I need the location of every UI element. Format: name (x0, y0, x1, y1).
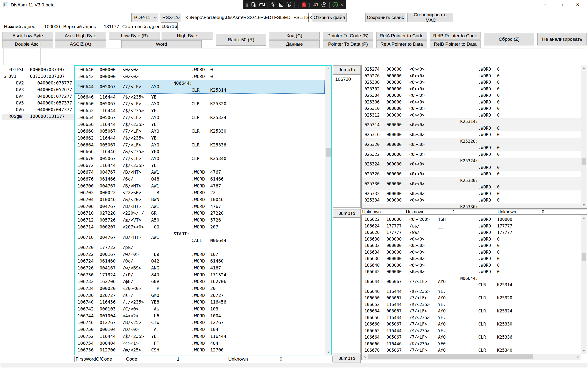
scroll-up-icon[interactable]: ∧ (581, 215, 587, 221)
tree-expander-icon[interactable] (4, 76, 6, 78)
listing-row-106640[interactable]: 106640000000<0><0>.WORD0 (75, 66, 325, 73)
accessibility-icon[interactable] (321, 2, 327, 8)
scroll-up-icon[interactable]: ∧ (581, 65, 587, 71)
listing-row-025316[interactable]: 025316000000<0><0>.WORD0 (362, 131, 581, 138)
listing-row-025320[interactable]: 025320000000<0><0>K25320:.WORD0 (362, 138, 581, 151)
listing-row-106730[interactable]: 106730171324/тР/84D.WORD171324 (75, 271, 325, 278)
listing-row-106750[interactable]: 106750000104/D/<0> A..WORD104 (75, 326, 325, 333)
listing-row-106656[interactable]: 106656116444/$/<235>YE. (75, 121, 325, 128)
asciz-button[interactable]: ASCIZ (A) (55, 40, 106, 48)
reset-button[interactable]: Сброс (Z) (484, 33, 534, 45)
listing-row-106662[interactable]: 106662116444/$/<235>YE. (75, 135, 325, 142)
generate-mac-button[interactable]: Сгенерировать .MAC (407, 13, 453, 22)
listing-row-106752[interactable]: 106752116444/$/<235>YE..WORD116444 (75, 333, 325, 340)
double-ascii-button[interactable]: Double Ascii (2, 40, 53, 48)
listing-row-025304[interactable]: 025304000000<0><0>.WORD0 (362, 92, 581, 99)
jumpto-bottom-button[interactable]: JumpTo (333, 354, 361, 363)
listing-row-106624[interactable]: 106624177777/ъъ/__.WORD177777 (362, 223, 581, 229)
cpu-select[interactable]: PDP-11 (131, 13, 158, 22)
listing-row-106650[interactable]: 106650005067/7/<LF>AYOCLRK25320 (75, 100, 325, 107)
tree-item-OV3[interactable]: OV3040000:052677 (2, 87, 74, 94)
region-frame-icon[interactable] (279, 2, 284, 7)
listing-row-106726[interactable]: 106726004167/w/<BS>ANG.WORD4167 (75, 265, 325, 271)
listing-row-025312[interactable]: 025312000000<0><0>.WORD0 (362, 112, 581, 119)
listing-row-106676[interactable]: 106676061466/6c/O48.WORD61466 (75, 176, 325, 183)
file-path-input[interactable]: K:\Repo\ForDebug\DisAsm\RSX\4.6+\EDTFSL\… (185, 13, 309, 22)
listing-row-025300[interactable]: 025300000000<0><0>.WORD0 (362, 79, 581, 86)
listing-row-106664[interactable]: 106664005067/7/<LF>AYOCLRK25336 (75, 142, 325, 148)
scroll-left-icon[interactable]: < (362, 354, 368, 360)
listing-row-106740[interactable]: 106740116456/./<235>YE8.WORD116456 (75, 299, 325, 306)
listing-row-025324[interactable]: 025324000000<0><0>K25324:.WORD0 (362, 158, 581, 171)
scroll-right-icon[interactable]: > (575, 354, 581, 360)
listing-row-106714[interactable]: 106714000207<207><0> CO.WORD207 (75, 224, 325, 230)
rela-pointer-to-code-button[interactable]: RelA Pointer to Code (376, 32, 427, 40)
listing-row-106706[interactable]: 106706004767/B/<HT>AW1.WORD4767 (75, 203, 325, 210)
video-camera-icon[interactable] (259, 2, 265, 8)
listing-row-106652[interactable]: 106652116444/$/<235>YE. (362, 301, 581, 308)
listing-row-025330[interactable]: 025330000000<0><0>K25330:.WORD0 (362, 177, 581, 190)
listing-row-025326[interactable]: 025326000000<0><0>.WORD0 (362, 171, 581, 177)
listing-row-106670[interactable]: 106670005067/7/<LF>AYOCLRK25340 (75, 155, 325, 162)
pointer-to-code-button[interactable]: Pointer To Code (S) (323, 32, 373, 40)
data-button[interactable]: Данные (269, 40, 320, 48)
jumpto-middle-button[interactable]: JumpTo (333, 209, 361, 218)
high-byte-button[interactable]: High Byte (162, 32, 212, 40)
right-top-vertical-scrollbar[interactable]: ∧ ∨ (581, 65, 587, 208)
low-byte-button[interactable]: Low Byte (B) (109, 32, 160, 40)
listing-row-106672[interactable]: 106672116444/$/<235>YE. (75, 162, 325, 169)
start-address-input[interactable]: 106716 (161, 22, 178, 30)
maximize-button[interactable]: □ (553, 0, 569, 10)
listing-row-106734[interactable]: 106734000020<20><0> P.WORD20 (75, 285, 325, 292)
listing-row-025334[interactable]: 025334000000<0><0>.WORD0 (362, 197, 581, 204)
code-button[interactable]: Код (С) (269, 32, 320, 40)
tree-item-OV5[interactable]: OV5040000:057377 (2, 100, 74, 107)
listing-row-106670[interactable]: 106670005067/7/<LF>AYOCLRK25340 (362, 347, 581, 353)
radix50-button[interactable]: Radix-50 (R) (216, 34, 266, 46)
listing-row-106666[interactable]: 106666116446/&/<235>YE0 (75, 148, 325, 155)
scroll-thumb[interactable] (326, 148, 331, 157)
listing-row-106716[interactable]: 106716004767/B/<HT>AW1START:CALLN06644 (75, 230, 325, 244)
scroll-down-icon[interactable]: ∨ (581, 202, 587, 208)
relb-pointer-to-code-button[interactable]: RelB Pointer to Code (430, 32, 481, 40)
listing-row-025276[interactable]: 025276000000<0><0>.WORD0 (362, 73, 581, 79)
right-bottom-vertical-scrollbar[interactable]: ∧ ∨ (581, 215, 587, 354)
listing-row-106644[interactable]: 106644005067/7/<LF>AYON06644:CLRK25314 (75, 80, 325, 93)
listing-row-106644[interactable]: 106644005067/7/<LF>AYON06644:CLRK25314 (362, 275, 581, 288)
tree-item-OV4[interactable]: OV4040000:077277 (2, 94, 74, 100)
no-analyze-button[interactable]: Не анализировать (537, 33, 587, 45)
word-button[interactable]: Word (121, 40, 202, 48)
listing-row-106736[interactable]: 106736026727/в-/GMO.WORD26727 (75, 292, 325, 299)
listing-row-025310[interactable]: 025310000000<0><0>.WORD0 (362, 105, 581, 112)
jumpto-top-box[interactable]: 106720 (333, 74, 361, 208)
listing-row-106632[interactable]: 106632000000<0><0>.WORD0 (362, 242, 581, 249)
listing-row-025306[interactable]: 025306000000<0><0>.WORD0 (362, 99, 581, 105)
minimize-button[interactable]: − (537, 0, 553, 10)
check-circle-icon[interactable] (332, 1, 338, 8)
close-button[interactable]: ✕ (569, 0, 586, 10)
capture-region-cursor-icon[interactable] (286, 2, 292, 8)
rela-pointer-to-data-button[interactable]: RelA Pointer to Data (376, 40, 427, 48)
listing-row-106646[interactable]: 106646116444/$/<235>YE. (75, 94, 325, 101)
listing-row-106712[interactable]: 106712005726/ж/<VT>A50.WORD5726 (75, 217, 325, 224)
tree-item-OV1[interactable]: OV1037310:037307 (2, 74, 74, 80)
scroll-thumb[interactable] (582, 158, 586, 165)
listing-row-106634[interactable]: 106634000000<0><0>.WORD0 (362, 249, 581, 256)
listing-row-106662[interactable]: 106662116444/$/<235>YE. (362, 327, 581, 334)
tree-item-OV2[interactable]: OV2040000:075777 (2, 80, 74, 87)
collapse-chevron-icon[interactable]: < (341, 2, 344, 8)
right-bottom-horizontal-scrollbar[interactable]: < > (362, 354, 581, 360)
tree-item-OV6[interactable]: OV6040000:047377 (2, 107, 74, 114)
scroll-thumb[interactable] (368, 354, 533, 359)
listing-row-106700[interactable]: 106700004767/B/<HT>AW1.WORD4767 (75, 183, 325, 189)
listing-row-025314[interactable]: 025314000000<0><0>K25314:.WORD0 (362, 118, 581, 131)
listing-row-106732[interactable]: 106732162706/фЕ/60V.WORD162706 (75, 278, 325, 285)
listing-row-106642[interactable]: 106642000000<0><0>.WORD0 (362, 268, 581, 275)
listing-row-106724[interactable]: 106724061460/0c/O42.WORD61460 (75, 258, 325, 265)
listing-row-106674[interactable]: 106674004767/B/<HT>AW1.WORD4767 (75, 169, 325, 176)
listing-row-106754[interactable]: 106754000404<4><1> FT.WORD404 (75, 340, 325, 347)
listing-row-106656[interactable]: 106656116444/$/<235>YE. (362, 314, 581, 321)
listing-row-106660[interactable]: 106660005067/7/<LF>AYOCLRK25330 (75, 128, 325, 135)
jumpto-middle-box[interactable] (333, 218, 361, 353)
relb-pointer-to-data-button[interactable]: RelB Pointer to Data (430, 40, 481, 48)
